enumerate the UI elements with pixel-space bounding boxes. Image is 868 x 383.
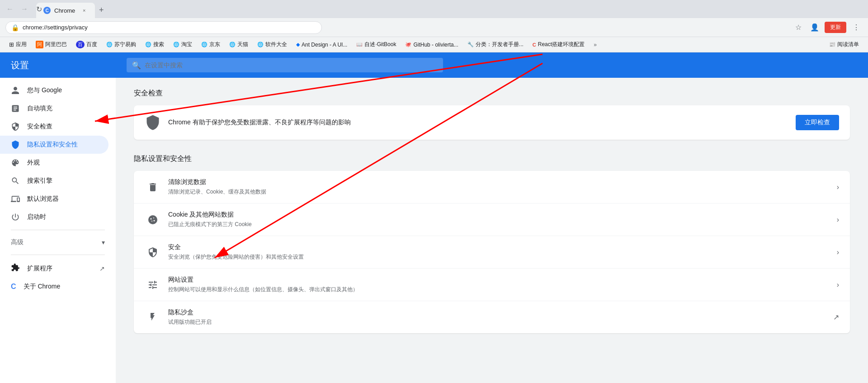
bookmark-suning[interactable]: 🌐 苏宁易购: [103, 39, 140, 50]
bookmark-devmanual[interactable]: 🔧 分类：开发者手册...: [464, 39, 527, 50]
site-settings-title: 网站设置: [168, 276, 830, 284]
menu-button[interactable]: ⋮: [850, 21, 863, 34]
bookmark-search[interactable]: 🌐 搜索: [142, 39, 168, 50]
back-button[interactable]: ←: [4, 3, 16, 15]
refresh-button[interactable]: ↻: [33, 3, 45, 15]
person-icon: [11, 86, 20, 95]
sidebar-search-label: 搜索引擎: [27, 177, 52, 185]
sidebar-item-google[interactable]: 您与 Google: [0, 81, 108, 99]
baidu-favicon: 百: [76, 41, 85, 48]
new-tab-button[interactable]: +: [95, 4, 108, 16]
cookie-icon: [145, 212, 161, 228]
delete-icon: [145, 179, 161, 195]
sidebar-item-about[interactable]: C 关于 Chrome: [0, 278, 116, 295]
extensions-label: 扩展程序: [27, 265, 52, 273]
browser-icon: [11, 194, 20, 203]
sidebar-item-safety[interactable]: 安全检查: [0, 118, 108, 136]
search-icon: 🔍: [132, 61, 141, 70]
software-favicon: 🌐: [257, 42, 264, 47]
sidebar-item-appearance[interactable]: 外观: [0, 154, 108, 172]
safety-card-text: Chrome 有助于保护您免受数据泄露、不良扩展程序等问题的影响: [168, 118, 788, 127]
svg-point-2: [153, 218, 154, 218]
privacy-item-clear-data[interactable]: 清除浏览数据 清除浏览记录、Cookie、缓存及其他数据 ›: [134, 171, 850, 203]
privacy-item-site-settings[interactable]: 网站设置 控制网站可以使用和显示什么信息（如位置信息、摄像头、弹出式窗口及其他）…: [134, 269, 850, 301]
lock-icon: 🔒: [11, 24, 19, 31]
sidebar-item-privacy[interactable]: 隐私设置和安全性: [0, 136, 108, 154]
bookmark-baidu[interactable]: 百 百度: [72, 39, 101, 50]
safety-check-button[interactable]: 立即检查: [796, 115, 839, 130]
tab-bar: ← → ↻ C Chrome × +: [0, 0, 868, 18]
security-text: 安全 安全浏览（保护您免受危险网站的侵害）和其他安全设置: [168, 243, 830, 261]
privacy-item-security[interactable]: 安全 安全浏览（保护您免受危险网站的侵害）和其他安全设置 ›: [134, 236, 850, 269]
bookmark-star-button[interactable]: ☆: [792, 21, 805, 34]
security-arrow: ›: [837, 248, 839, 256]
bookmark-github[interactable]: 🐙 GitHub - olivierta...: [401, 40, 462, 50]
bookmark-gitbook[interactable]: 📖 自述·GitBook: [353, 39, 400, 50]
sidebar-item-extensions[interactable]: 扩展程序 ↗: [0, 259, 116, 278]
advanced-label: 高级: [11, 238, 24, 246]
bookmark-suning-label: 苏宁易购: [114, 41, 136, 48]
jd-favicon: 🌐: [201, 42, 208, 47]
privacy-item-cookies[interactable]: Cookie 及其他网站数据 已阻止无痕模式下的第三方 Cookie ›: [134, 203, 850, 236]
sidebar-item-startup[interactable]: 启动时: [0, 208, 108, 226]
svg-point-1: [151, 218, 152, 219]
external-link-icon: ↗: [99, 265, 105, 272]
beaker-icon: [145, 309, 161, 326]
privacy-section-title: 隐私设置和安全性: [134, 154, 850, 164]
bookmark-tianmao[interactable]: 🌐 天猫: [226, 39, 252, 50]
browser-window: ← → ↻ C Chrome × + 🔒 chrome://settings/p…: [0, 0, 868, 383]
bookmark-alibaba[interactable]: 阿 阿里巴巴: [32, 39, 71, 50]
settings-search-input[interactable]: [127, 58, 443, 72]
forward-button[interactable]: →: [18, 3, 31, 15]
clear-data-arrow: ›: [837, 183, 839, 191]
svg-point-0: [148, 215, 157, 224]
svg-point-4: [151, 221, 152, 222]
bookmark-jd-label: 京东: [209, 41, 220, 48]
update-button[interactable]: 更新: [825, 22, 846, 33]
privacy-item-sandbox[interactable]: 隐私沙盒 试用版功能已开启 ↗: [134, 301, 850, 333]
sidebar-google-label: 您与 Google: [27, 86, 62, 95]
bookmark-apps[interactable]: ⊞ 应用: [5, 39, 30, 50]
sandbox-text: 隐私沙盒 试用版功能已开启: [168, 308, 826, 326]
github-favicon: 🐙: [405, 42, 411, 47]
bookmark-apps-label: 应用: [16, 41, 27, 48]
svg-point-3: [154, 220, 155, 221]
apps-icon: ⊞: [9, 41, 14, 48]
bookmark-taobao[interactable]: 🌐 淘宝: [170, 39, 196, 50]
bookmark-antdesign[interactable]: ◆ Ant Design - A UI...: [292, 40, 351, 50]
safety-check-title: 安全检查: [134, 89, 850, 98]
security-title: 安全: [168, 243, 830, 251]
bookmark-software[interactable]: 🌐 软件大全: [254, 39, 291, 50]
sandbox-external-icon: ↗: [833, 313, 839, 322]
bookmark-reading-list[interactable]: 📰 阅读清单: [826, 39, 863, 50]
bookmark-react[interactable]: C React搭建环境配置: [529, 39, 588, 50]
tab-close-button[interactable]: ×: [80, 7, 88, 14]
privacy-list: 清除浏览数据 清除浏览记录、Cookie、缓存及其他数据 › Cookie 及其…: [134, 171, 850, 333]
gitbook-favicon: 📖: [356, 42, 363, 47]
bookmark-github-label: GitHub - olivierta...: [413, 42, 458, 48]
privacy-shield-icon: [11, 140, 20, 149]
sidebar-item-default-browser[interactable]: 默认浏览器: [0, 190, 108, 208]
sidebar-startup-label: 启动时: [27, 213, 46, 221]
profile-button[interactable]: 👤: [808, 21, 821, 34]
safety-check-card: Chrome 有助于保护您免受数据泄露、不良扩展程序等问题的影响 立即检查: [134, 105, 850, 140]
sidebar-advanced[interactable]: 高级 ▾: [0, 234, 116, 251]
safety-card-icon: [145, 114, 161, 131]
site-settings-desc: 控制网站可以使用和显示什么信息（如位置信息、摄像头、弹出式窗口及其他）: [168, 286, 830, 293]
address-text: chrome://settings/privacy: [23, 24, 88, 31]
advanced-chevron-icon: ▾: [102, 239, 105, 246]
about-label: 关于 Chrome: [24, 283, 61, 291]
power-icon: [11, 213, 20, 222]
sidebar-item-search-engine[interactable]: 搜索引擎: [0, 172, 108, 190]
bookmark-react-label: React搭建环境配置: [538, 41, 585, 48]
sidebar-item-autofill[interactable]: 自动填充: [0, 99, 108, 118]
alibaba-favicon: 阿: [36, 41, 43, 48]
bookmark-taobao-label: 淘宝: [181, 41, 192, 48]
bookmark-jd[interactable]: 🌐 京东: [198, 39, 224, 50]
nav-bar: 🔒 chrome://settings/privacy ☆ 👤 更新 ⋮: [0, 18, 868, 37]
article-icon: [11, 104, 20, 113]
bookmark-more[interactable]: »: [590, 40, 600, 50]
sidebar-safety-label: 安全检查: [27, 123, 52, 131]
address-bar[interactable]: 🔒 chrome://settings/privacy: [5, 21, 322, 34]
main-content: 安全检查 Chrome 有助于保护您免受数据泄露、不良扩展程序等问题的影响 立即…: [116, 78, 868, 383]
